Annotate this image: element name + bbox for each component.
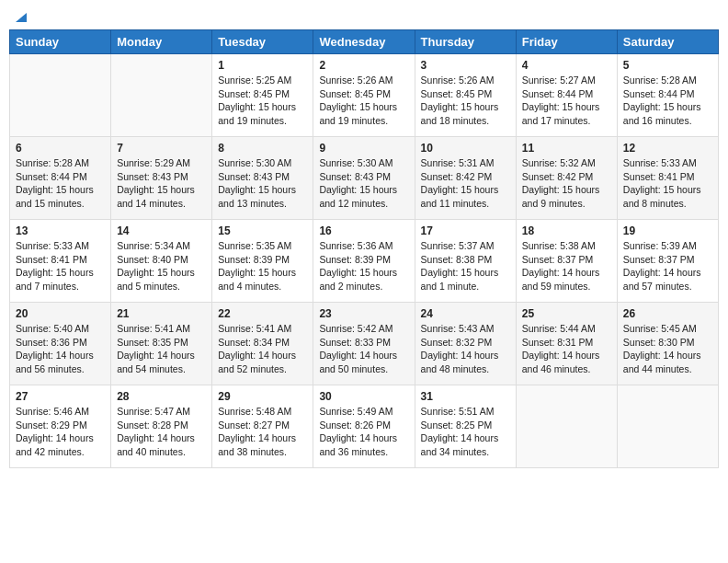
day-info: Sunrise: 5:32 AM Sunset: 8:42 PM Dayligh… <box>522 156 611 211</box>
day-info: Sunrise: 5:46 AM Sunset: 8:29 PM Dayligh… <box>16 405 105 459</box>
day-info: Sunrise: 5:33 AM Sunset: 8:41 PM Dayligh… <box>623 156 712 211</box>
calendar-cell: 31Sunrise: 5:51 AM Sunset: 8:25 PM Dayli… <box>415 385 516 468</box>
calendar-week-row: 13Sunrise: 5:33 AM Sunset: 8:41 PM Dayli… <box>10 220 719 303</box>
calendar-cell: 14Sunrise: 5:34 AM Sunset: 8:40 PM Dayli… <box>111 220 212 303</box>
day-number: 11 <box>522 142 611 155</box>
calendar-cell <box>10 54 111 137</box>
calendar-cell: 10Sunrise: 5:31 AM Sunset: 8:42 PM Dayli… <box>415 137 516 220</box>
calendar-cell: 21Sunrise: 5:41 AM Sunset: 8:35 PM Dayli… <box>111 303 212 385</box>
logo-icon <box>14 9 28 24</box>
day-info: Sunrise: 5:41 AM Sunset: 8:34 PM Dayligh… <box>218 322 307 376</box>
calendar-week-row: 20Sunrise: 5:40 AM Sunset: 8:36 PM Dayli… <box>10 303 719 385</box>
calendar-cell: 30Sunrise: 5:49 AM Sunset: 8:26 PM Dayli… <box>313 385 415 468</box>
day-number: 29 <box>218 390 307 403</box>
calendar-header-tuesday: Tuesday <box>212 30 313 54</box>
calendar-cell: 8Sunrise: 5:30 AM Sunset: 8:43 PM Daylig… <box>212 137 313 220</box>
day-info: Sunrise: 5:51 AM Sunset: 8:25 PM Dayligh… <box>421 405 510 459</box>
calendar-cell: 24Sunrise: 5:43 AM Sunset: 8:32 PM Dayli… <box>415 303 516 385</box>
day-info: Sunrise: 5:29 AM Sunset: 8:43 PM Dayligh… <box>117 156 206 211</box>
day-info: Sunrise: 5:33 AM Sunset: 8:41 PM Dayligh… <box>16 239 105 293</box>
day-number: 14 <box>117 224 206 237</box>
day-number: 28 <box>117 390 206 403</box>
calendar-cell: 12Sunrise: 5:33 AM Sunset: 8:41 PM Dayli… <box>617 137 718 220</box>
calendar-cell: 11Sunrise: 5:32 AM Sunset: 8:42 PM Dayli… <box>516 137 617 220</box>
calendar-cell: 4Sunrise: 5:27 AM Sunset: 8:44 PM Daylig… <box>516 54 617 137</box>
calendar-cell: 25Sunrise: 5:44 AM Sunset: 8:31 PM Dayli… <box>516 303 617 385</box>
day-number: 13 <box>16 224 105 237</box>
calendar-header-sunday: Sunday <box>10 30 111 54</box>
day-info: Sunrise: 5:40 AM Sunset: 8:36 PM Dayligh… <box>16 322 105 376</box>
calendar-header-friday: Friday <box>516 30 617 54</box>
day-info: Sunrise: 5:26 AM Sunset: 8:45 PM Dayligh… <box>319 74 408 128</box>
calendar-week-row: 6Sunrise: 5:28 AM Sunset: 8:44 PM Daylig… <box>10 137 719 220</box>
day-number: 27 <box>16 390 105 403</box>
day-number: 8 <box>218 142 307 155</box>
day-info: Sunrise: 5:42 AM Sunset: 8:33 PM Dayligh… <box>319 322 408 376</box>
day-number: 20 <box>16 307 105 320</box>
calendar-cell <box>111 54 212 137</box>
day-info: Sunrise: 5:39 AM Sunset: 8:37 PM Dayligh… <box>623 239 712 293</box>
calendar-cell: 19Sunrise: 5:39 AM Sunset: 8:37 PM Dayli… <box>617 220 718 303</box>
calendar-cell: 1Sunrise: 5:25 AM Sunset: 8:45 PM Daylig… <box>212 54 313 137</box>
day-number: 3 <box>421 59 510 72</box>
logo <box>13 9 28 22</box>
calendar-cell: 16Sunrise: 5:36 AM Sunset: 8:39 PM Dayli… <box>313 220 415 303</box>
day-info: Sunrise: 5:37 AM Sunset: 8:38 PM Dayligh… <box>421 239 510 293</box>
calendar-cell: 26Sunrise: 5:45 AM Sunset: 8:30 PM Dayli… <box>617 303 718 385</box>
calendar-cell: 7Sunrise: 5:29 AM Sunset: 8:43 PM Daylig… <box>111 137 212 220</box>
calendar-cell: 2Sunrise: 5:26 AM Sunset: 8:45 PM Daylig… <box>313 54 415 137</box>
calendar-header-saturday: Saturday <box>617 30 718 54</box>
day-info: Sunrise: 5:28 AM Sunset: 8:44 PM Dayligh… <box>623 74 712 128</box>
calendar-cell: 13Sunrise: 5:33 AM Sunset: 8:41 PM Dayli… <box>10 220 111 303</box>
day-info: Sunrise: 5:28 AM Sunset: 8:44 PM Dayligh… <box>16 156 105 211</box>
day-number: 22 <box>218 307 307 320</box>
calendar-week-row: 1Sunrise: 5:25 AM Sunset: 8:45 PM Daylig… <box>10 54 719 137</box>
day-number: 19 <box>623 224 712 237</box>
calendar-cell: 9Sunrise: 5:30 AM Sunset: 8:43 PM Daylig… <box>313 137 415 220</box>
day-number: 7 <box>117 142 206 155</box>
calendar-cell: 3Sunrise: 5:26 AM Sunset: 8:45 PM Daylig… <box>415 54 516 137</box>
day-number: 12 <box>623 142 712 155</box>
calendar-cell: 6Sunrise: 5:28 AM Sunset: 8:44 PM Daylig… <box>10 137 111 220</box>
day-number: 31 <box>421 390 510 403</box>
day-number: 4 <box>522 59 611 72</box>
calendar-header-wednesday: Wednesday <box>313 30 415 54</box>
calendar-cell: 22Sunrise: 5:41 AM Sunset: 8:34 PM Dayli… <box>212 303 313 385</box>
day-number: 25 <box>522 307 611 320</box>
day-info: Sunrise: 5:34 AM Sunset: 8:40 PM Dayligh… <box>117 239 206 293</box>
calendar-header-monday: Monday <box>111 30 212 54</box>
day-number: 5 <box>623 59 712 72</box>
calendar-header-row: SundayMondayTuesdayWednesdayThursdayFrid… <box>10 30 719 54</box>
page-header <box>9 9 719 22</box>
day-info: Sunrise: 5:38 AM Sunset: 8:37 PM Dayligh… <box>522 239 611 293</box>
calendar-cell: 23Sunrise: 5:42 AM Sunset: 8:33 PM Dayli… <box>313 303 415 385</box>
day-number: 18 <box>522 224 611 237</box>
day-number: 30 <box>319 390 408 403</box>
day-info: Sunrise: 5:35 AM Sunset: 8:39 PM Dayligh… <box>218 239 307 293</box>
day-number: 6 <box>16 142 105 155</box>
calendar-week-row: 27Sunrise: 5:46 AM Sunset: 8:29 PM Dayli… <box>10 385 719 468</box>
day-info: Sunrise: 5:48 AM Sunset: 8:27 PM Dayligh… <box>218 405 307 459</box>
calendar-header-thursday: Thursday <box>415 30 516 54</box>
day-number: 2 <box>319 59 408 72</box>
day-info: Sunrise: 5:49 AM Sunset: 8:26 PM Dayligh… <box>319 405 408 459</box>
day-number: 16 <box>319 224 408 237</box>
calendar-cell: 5Sunrise: 5:28 AM Sunset: 8:44 PM Daylig… <box>617 54 718 137</box>
calendar-cell: 15Sunrise: 5:35 AM Sunset: 8:39 PM Dayli… <box>212 220 313 303</box>
calendar-cell: 20Sunrise: 5:40 AM Sunset: 8:36 PM Dayli… <box>10 303 111 385</box>
calendar-cell: 27Sunrise: 5:46 AM Sunset: 8:29 PM Dayli… <box>10 385 111 468</box>
day-info: Sunrise: 5:45 AM Sunset: 8:30 PM Dayligh… <box>623 322 712 376</box>
calendar-cell: 29Sunrise: 5:48 AM Sunset: 8:27 PM Dayli… <box>212 385 313 468</box>
day-number: 9 <box>319 142 408 155</box>
calendar-cell <box>617 385 718 468</box>
day-info: Sunrise: 5:25 AM Sunset: 8:45 PM Dayligh… <box>218 74 307 128</box>
day-info: Sunrise: 5:26 AM Sunset: 8:45 PM Dayligh… <box>421 74 510 128</box>
day-number: 10 <box>421 142 510 155</box>
day-info: Sunrise: 5:31 AM Sunset: 8:42 PM Dayligh… <box>421 156 510 211</box>
day-info: Sunrise: 5:41 AM Sunset: 8:35 PM Dayligh… <box>117 322 206 376</box>
calendar-cell: 28Sunrise: 5:47 AM Sunset: 8:28 PM Dayli… <box>111 385 212 468</box>
calendar-table: SundayMondayTuesdayWednesdayThursdayFrid… <box>9 29 719 468</box>
day-info: Sunrise: 5:27 AM Sunset: 8:44 PM Dayligh… <box>522 74 611 128</box>
day-info: Sunrise: 5:30 AM Sunset: 8:43 PM Dayligh… <box>218 156 307 211</box>
day-info: Sunrise: 5:30 AM Sunset: 8:43 PM Dayligh… <box>319 156 408 211</box>
